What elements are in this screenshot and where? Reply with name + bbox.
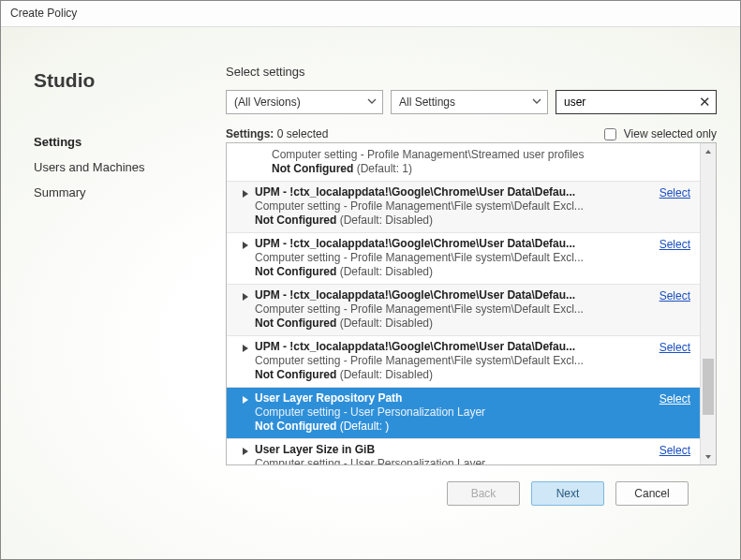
select-link[interactable]: Select xyxy=(659,289,690,302)
list-item[interactable]: User Layer Size in GiBComputer setting -… xyxy=(227,439,700,464)
item-subtitle: Computer setting - User Personalization … xyxy=(255,405,692,419)
select-link[interactable]: Select xyxy=(659,444,690,457)
select-link[interactable]: Select xyxy=(659,238,690,251)
section-heading: Select settings xyxy=(226,65,717,79)
list-item[interactable]: UPM - !ctx_localappdata!\Google\Chrome\U… xyxy=(227,336,700,388)
item-config: Not Configured (Default: Disabled) xyxy=(255,317,692,330)
item-config: Not Configured (Default: Disabled) xyxy=(255,265,692,278)
sidebar-item-summary[interactable]: Summary xyxy=(34,180,202,205)
scroll-thumb[interactable] xyxy=(703,359,714,415)
versions-dropdown-value: (All Versions) xyxy=(234,96,301,109)
expand-icon[interactable] xyxy=(242,240,249,253)
wizard-nav: SettingsUsers and MachinesSummary xyxy=(34,129,202,205)
list-item[interactable]: UPM - !ctx_localappdata!\Google\Chrome\U… xyxy=(227,233,700,285)
sidebar-item-users-and-machines[interactable]: Users and Machines xyxy=(34,155,202,180)
dialog-footer: Back Next Cancel xyxy=(226,465,717,522)
window-title: Create Policy xyxy=(10,7,77,20)
dialog-body: Studio SettingsUsers and MachinesSummary… xyxy=(1,27,740,559)
item-subtitle: Computer setting - Profile Management\Fi… xyxy=(255,354,692,367)
item-config: Not Configured (Default: ) xyxy=(255,420,692,433)
item-config: Not Configured (Default: Disabled) xyxy=(255,368,692,381)
scope-dropdown-value: All Settings xyxy=(399,96,455,109)
chevron-down-icon xyxy=(366,96,378,110)
chevron-down-icon xyxy=(531,96,542,110)
view-selected-label: View selected only xyxy=(624,127,717,140)
expand-icon[interactable] xyxy=(242,291,249,304)
back-button[interactable]: Back xyxy=(447,481,520,506)
expand-icon[interactable] xyxy=(242,343,249,356)
item-subtitle: Computer setting - Profile Management\Fi… xyxy=(255,302,692,316)
search-input[interactable] xyxy=(556,96,716,109)
settings-count: Settings: 0 selected xyxy=(226,127,328,140)
wizard-content: Select settings (All Versions) All Setti… xyxy=(202,27,740,559)
titlebar: Create Policy xyxy=(1,1,740,27)
versions-dropdown[interactable]: (All Versions) xyxy=(226,90,383,114)
sidebar-item-settings[interactable]: Settings xyxy=(34,129,202,155)
item-subtitle: Computer setting - Profile Management\Fi… xyxy=(255,251,692,264)
list-item[interactable]: User Layer Repository PathComputer setti… xyxy=(227,388,700,439)
list-item[interactable]: UPM - !ctx_localappdata!\Google\Chrome\U… xyxy=(227,182,700,233)
dialog-window: Create Policy Studio SettingsUsers and M… xyxy=(0,0,741,560)
item-title: UPM - !ctx_localappdata!\Google\Chrome\U… xyxy=(255,288,692,302)
selected-count: 0 selected xyxy=(277,127,329,140)
item-config: Not Configured (Default: Disabled) xyxy=(255,214,692,227)
select-link[interactable]: Select xyxy=(659,341,690,354)
settings-list-container: Computer setting - Profile Management\St… xyxy=(226,142,717,465)
settings-label: Settings: xyxy=(226,127,274,140)
clear-search-icon[interactable]: ✕ xyxy=(699,95,711,109)
item-title: User Layer Repository Path xyxy=(255,391,692,405)
scroll-up-button[interactable] xyxy=(701,143,716,159)
select-link[interactable]: Select xyxy=(659,186,690,199)
item-subtitle: Computer setting - User Personalization … xyxy=(255,457,692,464)
item-title: UPM - !ctx_localappdata!\Google\Chrome\U… xyxy=(255,340,692,353)
list-item[interactable]: UPM - !ctx_localappdata!\Google\Chrome\U… xyxy=(227,285,700,336)
expand-icon[interactable] xyxy=(242,188,249,201)
item-title: UPM - !ctx_localappdata!\Google\Chrome\U… xyxy=(255,237,692,250)
search-box[interactable]: ✕ xyxy=(556,90,717,114)
expand-icon[interactable] xyxy=(242,394,249,407)
cancel-button[interactable]: Cancel xyxy=(615,481,689,506)
filter-row: (All Versions) All Settings ✕ xyxy=(226,90,717,114)
vertical-scrollbar[interactable] xyxy=(700,143,716,464)
item-config: Not Configured (Default: 1) xyxy=(272,162,692,175)
scope-dropdown[interactable]: All Settings xyxy=(391,90,548,114)
item-subtitle: Computer setting - Profile Management\Fi… xyxy=(255,199,692,213)
settings-list[interactable]: Computer setting - Profile Management\St… xyxy=(227,143,700,464)
view-selected-checkbox[interactable] xyxy=(604,128,616,140)
wizard-sidebar: Studio SettingsUsers and MachinesSummary xyxy=(1,27,202,559)
status-row: Settings: 0 selected View selected only xyxy=(226,127,717,140)
view-selected-only[interactable]: View selected only xyxy=(604,127,717,140)
item-title: User Layer Size in GiB xyxy=(255,443,692,456)
item-subtitle: Computer setting - Profile Management\St… xyxy=(272,148,692,161)
next-button[interactable]: Next xyxy=(531,481,604,506)
select-link[interactable]: Select xyxy=(659,392,690,405)
expand-icon[interactable] xyxy=(242,446,249,459)
app-title: Studio xyxy=(34,69,202,92)
item-title: UPM - !ctx_localappdata!\Google\Chrome\U… xyxy=(255,185,692,199)
list-item[interactable]: Computer setting - Profile Management\St… xyxy=(227,143,700,182)
scroll-down-button[interactable] xyxy=(701,449,716,464)
